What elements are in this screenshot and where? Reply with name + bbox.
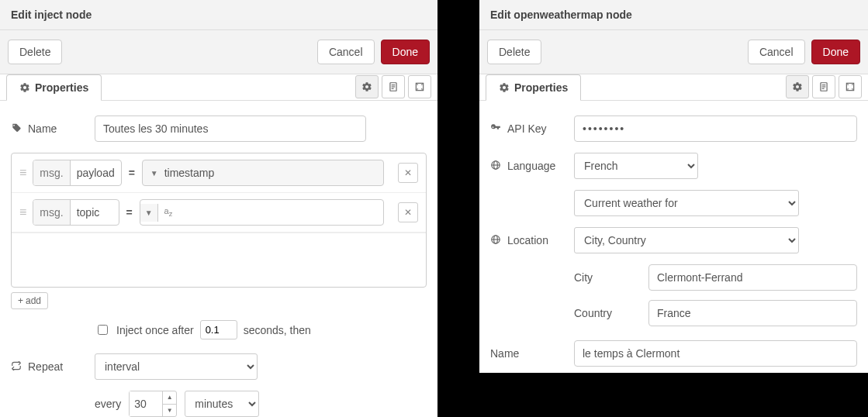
action-bar: Delete Cancel Done [0,30,437,74]
label-city: City [574,271,639,284]
gear-icon [19,82,30,93]
globe-icon [490,234,501,247]
tab-settings-icon-button[interactable] [786,75,809,98]
tab-settings-icon-button[interactable] [355,75,379,98]
tabs-bar: Properties [0,74,437,101]
label-name: Name [11,122,95,136]
file-icon [388,81,399,92]
label-language: Language [490,160,574,173]
label-apikey: API Key [490,122,574,136]
delete-button[interactable]: Delete [8,40,62,64]
done-button[interactable]: Done [811,40,860,64]
inject-once-checkbox[interactable] [98,325,108,335]
interval-unit-select[interactable]: minutes [185,391,259,417]
apikey-field[interactable] [574,115,857,142]
tab-description-icon-button[interactable] [812,75,835,98]
owm-form: API Key Language French Current weather … [479,102,868,391]
chevron-down-icon: ▼ [150,169,158,177]
expand-icon [845,81,856,92]
expand-icon [414,81,425,92]
tag-icon [11,122,22,136]
tabs-bar: Properties [479,74,868,101]
msg-value-input[interactable]: ▼ az [140,199,384,226]
step-down-icon[interactable]: ▼ [163,405,176,417]
file-icon [818,81,829,92]
name-field[interactable] [95,115,366,142]
label-location: Location [490,234,574,247]
msg-key-input[interactable]: msg. topic [33,199,119,226]
msg-props-list: ≡ msg. payload = ▼ timestamp ✕ ≡ msg. to… [11,153,427,288]
drag-handle-icon[interactable]: ≡ [19,166,26,180]
language-select[interactable]: French [574,153,698,179]
gear-icon [361,81,372,92]
globe-icon [490,160,501,173]
string-type-icon: az [164,206,173,218]
query-type-select[interactable]: Current weather for [574,190,799,216]
panel-title: Edit inject node [0,0,437,30]
tab-label: Properties [35,81,88,94]
inject-once-row: Inject once after seconds, then [95,320,427,339]
delete-button[interactable]: Delete [487,40,541,64]
msg-row: ≡ msg. payload = ▼ timestamp ✕ [12,153,426,193]
repeat-mode-select[interactable]: interval [95,353,258,380]
gear-icon [499,82,510,93]
gear-icon [792,81,803,92]
panel-title: Edit openweathermap node [479,0,868,30]
tab-label: Properties [514,81,568,94]
repeat-icon [11,360,22,374]
msg-value-input[interactable]: ▼ timestamp [142,160,384,186]
remove-row-button[interactable]: ✕ [398,163,418,183]
chevron-down-icon: ▼ [140,204,158,222]
tab-appearance-icon-button[interactable] [408,75,431,98]
plus-icon: + [18,295,23,306]
interval-row: every ▲▼ minutes [95,391,427,417]
tab-appearance-icon-button[interactable] [839,75,862,98]
owm-editor-panel: Edit openweathermap node Delete Cancel D… [479,0,868,373]
key-icon [490,122,501,136]
inject-once-delay-field[interactable] [200,320,237,339]
drag-handle-icon[interactable]: ≡ [19,205,26,219]
location-mode-select[interactable]: City, Country [574,227,799,253]
step-up-icon[interactable]: ▲ [163,391,176,405]
tab-properties[interactable]: Properties [486,74,581,101]
inject-editor-panel: Edit inject node Delete Cancel Done Prop… [0,0,437,417]
msg-row: ≡ msg. topic = ▼ az ✕ [12,193,426,233]
interval-value-stepper[interactable]: ▲▼ [129,391,177,417]
action-bar: Delete Cancel Done [479,30,868,74]
label-name: Name [490,347,574,360]
country-field[interactable] [648,300,857,326]
name-field[interactable] [574,340,857,367]
label-repeat: Repeat [11,360,95,374]
cancel-button[interactable]: Cancel [317,40,375,64]
add-row-button[interactable]: + add [11,292,48,309]
tab-properties[interactable]: Properties [6,74,102,101]
label-country: Country [574,307,639,319]
msg-key-input[interactable]: msg. payload [33,160,121,186]
city-field[interactable] [648,264,857,291]
remove-row-button[interactable]: ✕ [398,202,418,222]
cancel-button[interactable]: Cancel [748,40,805,64]
done-button[interactable]: Done [381,40,430,64]
inject-form: Name ≡ msg. payload = ▼ timestamp ✕ ≡ [0,102,437,417]
tab-description-icon-button[interactable] [382,75,405,98]
